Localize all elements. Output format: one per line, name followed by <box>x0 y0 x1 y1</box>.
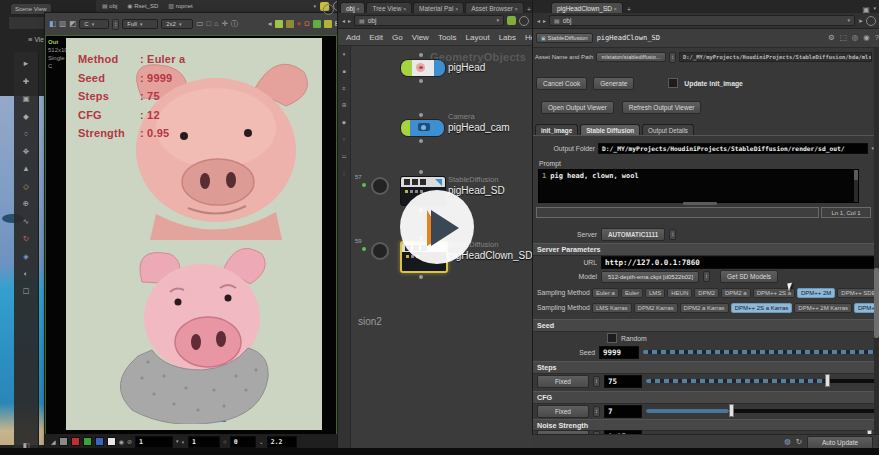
menu-add[interactable]: Add <box>346 33 360 42</box>
steps-slider[interactable] <box>646 379 879 383</box>
note-icon[interactable]: ▭ <box>342 154 347 159</box>
server-dropdown[interactable]: AUTOMATIC1111 <box>601 228 665 241</box>
sampler-lms[interactable]: LMS <box>645 288 665 298</box>
home-icon[interactable]: ⌂ <box>214 20 219 28</box>
connector-dot[interactable] <box>419 139 423 143</box>
dots-icon[interactable]: ⋮ <box>342 171 347 176</box>
params-scrollbar[interactable] <box>874 48 879 438</box>
prompt-scrollbar[interactable] <box>854 170 858 202</box>
nav-icon[interactable]: ▾ <box>343 52 346 57</box>
connector-dot[interactable] <box>419 113 423 117</box>
red-swatch[interactable] <box>71 437 80 446</box>
dropdown-arrow-icon[interactable]: ▾ <box>313 4 316 9</box>
grid-icon[interactable] <box>324 20 332 28</box>
node-flag-render[interactable] <box>434 60 445 76</box>
connector-dot[interactable] <box>419 275 423 279</box>
pane-maximize-icon[interactable]: ▣ <box>862 6 869 14</box>
menu-tools[interactable]: Tools <box>438 33 457 42</box>
tab-pigheadclown-sd[interactable]: pigHeadClown_SD × <box>551 2 623 13</box>
node-sd1-bypass-badge[interactable] <box>371 177 389 195</box>
sync-icon[interactable] <box>519 16 529 26</box>
network-path[interactable]: ▤obj▾ <box>354 15 504 26</box>
prev-icon[interactable]: ◂ <box>268 20 272 28</box>
node-pighead-cam[interactable] <box>400 119 445 137</box>
target-icon[interactable]: ◉ <box>863 34 870 42</box>
prompt-editor[interactable]: 1pig head, clown, wool <box>538 169 859 203</box>
menu-view[interactable]: View <box>412 33 429 42</box>
corner-icon[interactable]: ◢ <box>51 439 56 445</box>
server-spinner[interactable]: ↕ <box>669 229 676 240</box>
green-swatch[interactable] <box>83 437 92 446</box>
steps-field[interactable]: 75 <box>604 375 642 388</box>
add-tab-icon[interactable]: + <box>627 6 631 14</box>
hand-icon[interactable]: ☐ <box>23 288 30 296</box>
pane-menu-icon[interactable]: ▾ <box>873 6 876 14</box>
pan-icon[interactable]: ✛ <box>221 20 227 28</box>
node-pighead-cam-label[interactable]: pigHead_cam <box>448 122 510 133</box>
cfg-field[interactable]: 7 <box>604 405 642 418</box>
back-icon[interactable]: ◂ <box>342 18 345 24</box>
sampler-dpm2[interactable]: DPM2 <box>694 288 719 298</box>
forward-icon[interactable]: ▸ <box>543 18 546 24</box>
auto-update-dropdown[interactable]: Auto Update <box>807 436 873 449</box>
help-icon[interactable]: ? <box>875 34 879 42</box>
layout-nodes-icon[interactable]: ≡ <box>343 86 346 91</box>
layout-icon[interactable]: ◧ <box>49 20 56 28</box>
node-sd2-bypass-badge[interactable] <box>371 242 389 260</box>
gear-icon[interactable]: ⚙ <box>828 34 835 42</box>
strip-item-obj[interactable]: ▤ obj <box>102 3 117 9</box>
snap-icon[interactable]: ◇ <box>23 183 29 191</box>
steps-fixed-dropdown[interactable]: Fixed <box>537 375 589 388</box>
split-icon[interactable]: ▥ <box>59 20 66 28</box>
connector-dot[interactable] <box>419 170 423 174</box>
tab-tree-view[interactable]: Tree View × <box>366 2 412 13</box>
sampler-euler[interactable]: Euler <box>621 288 643 298</box>
sampler-dpm2-a-karras[interactable]: DPM2 a Karras <box>680 303 729 313</box>
move-icon[interactable]: ✥ <box>23 148 29 156</box>
seed-slider[interactable] <box>643 350 879 354</box>
generate-button[interactable]: Generate <box>593 77 634 90</box>
viewmode-dropdown[interactable]: Full▾ <box>122 19 158 29</box>
sampler-dpmpp-2m[interactable]: DPM++ 2M <box>797 288 835 298</box>
node-pighead[interactable] <box>400 59 446 77</box>
color-icon[interactable]: ◆ <box>342 120 346 125</box>
tab-stable-diffusion[interactable]: Stable Diffusion <box>580 124 640 135</box>
menu-edit[interactable]: Edit <box>369 33 383 42</box>
refresh-output-viewer-button[interactable]: Refresh Output Viewer <box>622 101 702 114</box>
checker-icon[interactable] <box>313 20 321 28</box>
node-flag-display[interactable] <box>401 120 410 136</box>
tab-init-image[interactable]: init_image <box>535 124 578 135</box>
tab-output-details[interactable]: Output Details <box>642 124 694 135</box>
sampler-dpm2-a[interactable]: DPM2 a <box>721 288 751 298</box>
url-field[interactable]: http://127.0.0.1:7860 <box>601 256 879 269</box>
recook-icon[interactable]: ↻ <box>796 438 802 446</box>
brush-icon[interactable]: ◆ <box>23 113 29 121</box>
cfg-fixed-dropdown[interactable]: Fixed <box>537 405 589 418</box>
square-icon[interactable]: □ <box>206 20 211 28</box>
splitmode-dropdown[interactable]: 2x2▾ <box>161 19 193 29</box>
menu-labs[interactable]: Labs <box>499 33 516 42</box>
flipbook-icon[interactable] <box>275 20 283 28</box>
close-icon[interactable]: × <box>515 6 518 12</box>
video-play-button[interactable] <box>399 189 475 265</box>
globe-icon[interactable]: ◐ <box>24 270 29 278</box>
sampler-dpmpp-2m-karras[interactable]: DPM++ 2M Karras <box>794 303 852 313</box>
back-icon[interactable]: ◂ <box>537 18 540 24</box>
pin-icon[interactable] <box>507 16 516 25</box>
snapshot-icon[interactable] <box>286 20 294 28</box>
node-pighead-label[interactable]: pigHead <box>448 62 485 73</box>
output-folder-field[interactable]: D:/_MY/myProjects/HoudiniProjects/Stable… <box>598 143 868 154</box>
steps-spinner[interactable]: ↕ <box>593 376 600 387</box>
menu-layout[interactable]: Layout <box>466 33 490 42</box>
connector-dot[interactable] <box>419 53 423 57</box>
scale-icon[interactable]: ▲ <box>22 165 29 173</box>
strip-item-ropnet[interactable]: ▥ ropnet <box>168 3 192 9</box>
open-output-viewer-button[interactable]: Open Output Viewer <box>541 101 614 114</box>
rotate-icon[interactable]: ↻ <box>23 235 29 243</box>
gray-swatch[interactable] <box>59 437 68 446</box>
sampler-dpm2-karras[interactable]: DPM2 Karras <box>634 303 678 313</box>
update-init-image-checkbox[interactable] <box>668 78 678 88</box>
lasso-icon[interactable]: ○ <box>24 130 29 138</box>
image-icon[interactable]: ◩ <box>69 20 76 28</box>
channel-spinner[interactable]: ↕ <box>112 19 119 30</box>
